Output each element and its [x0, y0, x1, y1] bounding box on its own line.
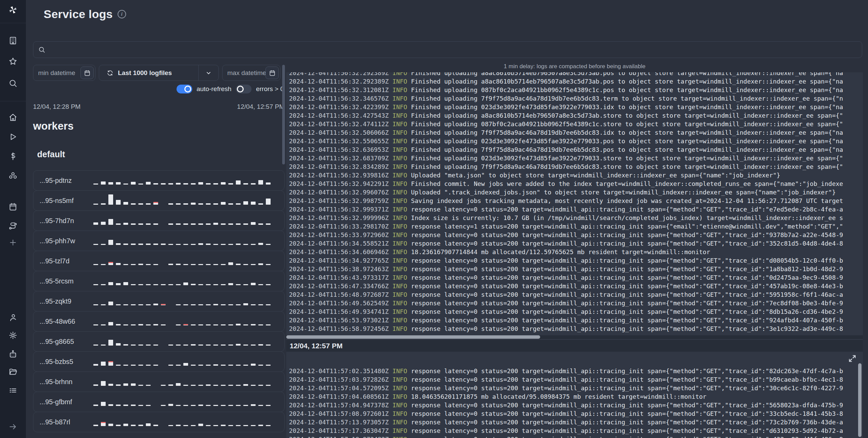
activity-bar — [191, 183, 196, 185]
range-dropdown-toggle[interactable] — [198, 65, 218, 81]
log-vertical-scrollbar[interactable] — [858, 363, 862, 437]
activity-bar — [206, 203, 211, 205]
expand-icon[interactable] — [848, 354, 857, 363]
activity-bar — [228, 324, 233, 325]
workflows-route-icon[interactable] — [8, 221, 18, 231]
add-plus-icon[interactable] — [8, 238, 18, 247]
search-nav-icon[interactable] — [8, 78, 18, 88]
worker-row[interactable]: ...95-zqkt9 — [33, 291, 285, 311]
log-timestamp: 2024-12-04T11:56:32.996076Z — [289, 189, 389, 196]
worker-row[interactable]: ...95-ns5mf — [33, 190, 285, 211]
log-level: INFO — [393, 419, 407, 426]
search-bar[interactable] — [33, 41, 862, 58]
info-icon[interactable]: i — [118, 10, 126, 18]
log-block-2[interactable]: 2024-12-04T11:57:02.351480ZINFOresponse … — [286, 352, 863, 438]
log-timestamp: 2024-12-04T11:56:33.298170Z — [289, 223, 389, 230]
audit-list-icon[interactable] — [8, 385, 18, 395]
favorites-star-icon[interactable] — [8, 57, 18, 66]
variables-dollar-icon[interactable] — [8, 151, 18, 161]
log-level: INFO — [393, 248, 407, 256]
activity-bar — [153, 425, 158, 426]
min-datetime-calendar-button[interactable] — [80, 67, 94, 79]
activity-bar — [243, 405, 248, 406]
activity-bar — [93, 244, 98, 245]
log-timestamp: 2024-12-04T11:56:58.972456Z — [289, 325, 389, 332]
activity-bar — [146, 284, 151, 285]
left-panel-scrollbar[interactable] — [282, 65, 285, 164]
auto-refresh-toggle[interactable] — [177, 85, 192, 93]
resources-cubes-icon[interactable] — [8, 171, 18, 180]
home-icon[interactable] — [8, 113, 18, 122]
worker-row[interactable]: ...95-tzl7d — [33, 251, 285, 271]
log-line: 2024-12-04T11:57:03.972826ZINFOresponse … — [289, 375, 863, 384]
worker-row[interactable]: ...95-brhnn — [33, 371, 285, 392]
log-level: INFO — [393, 308, 407, 315]
activity-bar — [123, 304, 128, 305]
activity-bar — [131, 405, 136, 406]
worker-row[interactable]: ...95-pdtnz — [33, 170, 285, 191]
worker-row[interactable]: ...95-g8665 — [33, 331, 285, 352]
activity-bar — [161, 385, 166, 386]
compaction-notice: 1 min delay: logs are compacted before b… — [286, 63, 863, 70]
activity-bar — [198, 203, 203, 205]
activity-bar — [191, 385, 196, 386]
activity-bar — [198, 424, 203, 426]
activity-bar — [228, 345, 233, 346]
worker-row[interactable]: ...95-5rcsm — [33, 271, 285, 291]
activity-bar — [228, 283, 233, 285]
windmill-logo-icon[interactable] — [8, 5, 18, 15]
bot-icon[interactable] — [8, 349, 18, 359]
log-block-1[interactable]: 2024-12-04T11:56:32.292389ZINFOFinished … — [286, 72, 863, 339]
activity-bar — [221, 244, 226, 245]
worker-row[interactable]: ...95-bzbs5 — [33, 351, 285, 372]
errors-toggle[interactable] — [236, 85, 252, 93]
user-person-icon[interactable] — [8, 313, 18, 322]
worker-row[interactable]: ...95-gfbmf — [33, 392, 285, 412]
activity-bar — [191, 203, 196, 205]
activity-bar — [93, 284, 98, 285]
log-message: Finished uploading a8ac8610b5714eb796507… — [411, 72, 843, 76]
log-horizontal-scrollbar[interactable] — [286, 335, 863, 339]
log-message: response latency=0 status=200 target=win… — [411, 274, 843, 281]
log-timestamp: 2024-12-04T11:56:34.606946Z — [289, 248, 389, 256]
activity-bar — [258, 324, 263, 325]
logfile-range-select[interactable]: Last 1000 logfiles — [99, 65, 219, 81]
log-timestamp: 2024-12-04T11:56:38.972463Z — [289, 265, 389, 273]
search-input[interactable] — [49, 46, 857, 54]
activity-bar — [93, 384, 98, 386]
runs-play-icon[interactable] — [8, 132, 18, 142]
max-datetime-calendar-button[interactable] — [265, 67, 279, 79]
activity-bar — [108, 240, 113, 245]
collapse-arrow-right-icon[interactable] — [8, 422, 18, 432]
min-datetime-field[interactable]: min datetime — [33, 65, 95, 81]
activity-bar — [236, 244, 241, 245]
activity-bar — [213, 244, 218, 245]
log-line: 2024-12-04T11:56:32.998759ZINFOSaving in… — [289, 196, 863, 205]
max-datetime-field[interactable]: max datetime — [222, 65, 280, 81]
log-timestamp: 2024-12-04T11:56:33.972960Z — [289, 231, 389, 238]
worker-row[interactable]: ...95-phh7w — [33, 231, 285, 251]
chevron-down-icon — [205, 70, 212, 76]
log-section-header: 12/04, 12:57 PM — [286, 339, 863, 352]
activity-bar — [228, 262, 233, 265]
scrollbar-thumb[interactable] — [286, 335, 540, 339]
activity-bar — [243, 345, 248, 346]
toggles-row: auto-refresh errors > 0 — [177, 85, 284, 93]
activity-bar — [266, 304, 271, 305]
activity-bar — [251, 324, 256, 325]
worker-row[interactable]: ...95-7hd7n — [33, 210, 285, 231]
schedules-calendar-icon[interactable] — [8, 202, 18, 211]
activity-bar — [213, 203, 218, 205]
activity-bar — [131, 264, 136, 265]
worker-row[interactable]: ...95-b87rl — [33, 412, 285, 432]
activity-bar — [266, 385, 271, 386]
folder-icon[interactable] — [8, 367, 18, 377]
workspace-building-icon[interactable] — [8, 36, 18, 45]
worker-row[interactable]: ...95-48w66 — [33, 311, 285, 332]
log-line: 2024-12-04T11:56:48.972687ZINFOresponse … — [289, 290, 863, 299]
activity-bar — [123, 223, 128, 225]
log-level: INFO — [393, 172, 407, 179]
activity-bar — [131, 304, 136, 305]
activity-bar — [206, 244, 211, 245]
settings-gear-icon[interactable] — [8, 331, 18, 340]
